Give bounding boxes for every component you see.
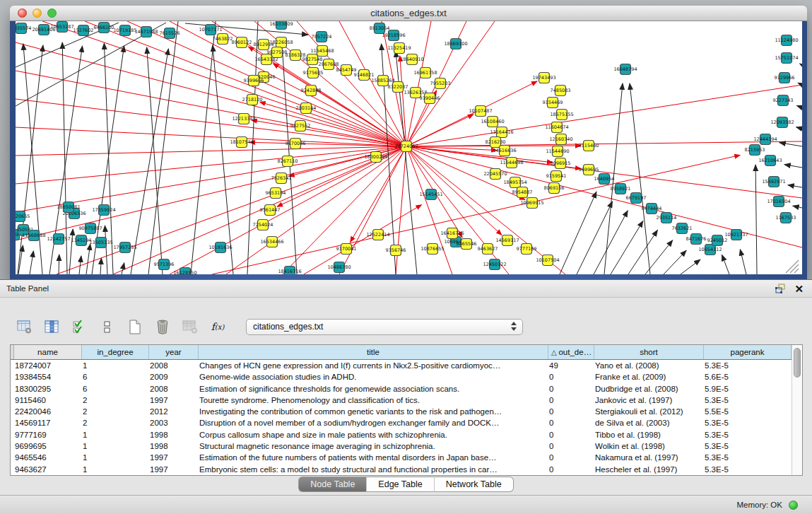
graph-edge[interactable] [784, 165, 802, 168]
graph-node[interactable]: 7955203 [430, 78, 451, 89]
table-cell[interactable]: 1 [78, 440, 146, 452]
table-cell[interactable]: Hescheler et al. (1997) [591, 464, 700, 475]
table-cell[interactable]: Stergiakouli et al. (2012) [591, 406, 700, 417]
graph-edge[interactable] [793, 206, 802, 208]
table-cell[interactable]: 5.3E-5 [700, 417, 792, 428]
graph-node[interactable]: 1145194 [71, 235, 92, 246]
graph-edge[interactable] [105, 226, 107, 274]
graph-node[interactable]: 10876655 [420, 244, 444, 255]
graph-node[interactable]: 17016504 [767, 197, 790, 207]
table-cell[interactable]: 1997 [146, 452, 195, 463]
resize-grip-icon[interactable] [786, 260, 799, 273]
unselect-all-columns-icon[interactable] [98, 317, 117, 336]
table-cell[interactable]: 1998 [146, 440, 195, 452]
graph-node[interactable]: 9129966 [775, 73, 795, 83]
graph-edge[interactable] [213, 45, 233, 274]
table-cell[interactable]: Yano et al. (2008) [591, 360, 700, 371]
table-cell[interactable]: 2009 [146, 371, 195, 382]
graph-edge-selected[interactable] [249, 142, 406, 146]
graph-edge-selected[interactable] [406, 146, 553, 163]
table-cell[interactable]: Changes of HCN gene expression and I(f) … [195, 360, 545, 371]
graph-edge[interactable] [796, 105, 802, 107]
table-cell[interactable]: 9465546 [11, 452, 78, 463]
table-cell[interactable]: Nakamura et al. (1997) [591, 452, 700, 463]
table-cell[interactable]: 1 [78, 360, 146, 371]
table-cell[interactable]: 2 [78, 417, 146, 428]
table-mode-icon[interactable] [16, 317, 34, 336]
table-cell[interactable]: 5.3E-5 [700, 464, 792, 475]
table-cell[interactable]: 9115460 [11, 395, 78, 406]
graph-node[interactable]: 7254024 [253, 220, 273, 230]
graph-node[interactable]: 8471676 [686, 234, 707, 245]
table-cell[interactable]: 5.3E-5 [700, 360, 792, 371]
graph-edge-selected[interactable] [16, 146, 406, 240]
tab-edge-table[interactable]: Edge Table [366, 477, 434, 492]
graph-node[interactable]: 9242848 [301, 86, 322, 96]
table-row[interactable]: 1456911722003Disruption of a novel membe… [11, 417, 792, 428]
graph-edge-selected[interactable] [16, 42, 406, 146]
table-cell[interactable]: 2 [78, 395, 146, 406]
graph-node[interactable]: 12450122 [483, 259, 506, 270]
graph-node[interactable]: 9777169 [517, 244, 537, 255]
graph-node[interactable]: 16128550 [173, 268, 196, 275]
graph-node[interactable]: 12160340 [549, 134, 572, 145]
table-cell[interactable]: Structural magnetic resonance image aver… [195, 440, 545, 452]
column-header-name[interactable]: name [14, 345, 82, 359]
table-cell[interactable]: Estimation of the future numbers of pati… [195, 452, 545, 463]
graph-node[interactable]: 10486780 [327, 262, 351, 273]
graph-node[interactable]: 12093582 [770, 117, 794, 128]
table-cell[interactable]: 0 [545, 383, 591, 395]
graph-node[interactable]: 16033809 [269, 21, 293, 30]
scrollbar-thumb[interactable] [794, 348, 801, 378]
graph-edge[interactable] [628, 230, 657, 274]
table-row[interactable]: 1872400712008Changes of HCN gene express… [11, 360, 792, 371]
select-all-columns-icon[interactable] [71, 317, 89, 336]
graph-node[interactable]: 10921737 [724, 230, 748, 240]
table-row[interactable]: 969969511998Structural magnetic resonanc… [11, 440, 792, 452]
graph-node[interactable]: 8215953 [745, 145, 765, 156]
graph-edge[interactable] [30, 251, 33, 274]
graph-node[interactable]: 9227343 [773, 95, 794, 106]
table-cell[interactable]: 49 [545, 360, 591, 371]
graph-edge[interactable] [86, 244, 90, 274]
column-header-title[interactable]: title [199, 345, 548, 359]
graph-node[interactable]: 7463822 [213, 34, 233, 45]
table-cell[interactable]: 2012 [146, 406, 195, 417]
table-cell[interactable]: Corpus callosum shape and size in male p… [195, 429, 545, 440]
graph-node[interactable]: 6679197 [626, 193, 647, 204]
graph-edge[interactable] [800, 64, 802, 65]
column-header-in_degree[interactable]: in_degree [82, 345, 149, 359]
table-row[interactable]: 2242004622012Investigating the contribut… [11, 406, 792, 417]
graph-edge[interactable] [611, 221, 643, 274]
graph-edge[interactable] [779, 143, 802, 146]
graph-node[interactable]: 8954887 [512, 187, 533, 198]
graph-node[interactable]: 9699695 [579, 165, 599, 175]
table-cell[interactable]: 5.6E-5 [700, 371, 792, 382]
graph-node[interactable]: 4035574 [16, 23, 31, 34]
table-cell[interactable]: Tourette syndrome. Phenomenology and cla… [195, 395, 545, 406]
show-column-icon[interactable] [43, 317, 61, 336]
table-cell[interactable]: 5.5E-5 [700, 406, 792, 417]
graph-edge[interactable] [788, 185, 802, 187]
graph-edge-selected[interactable] [406, 146, 502, 235]
graph-node[interactable]: 1640954 [594, 174, 615, 185]
delete-column-icon[interactable] [153, 317, 172, 336]
graph-edge-selected[interactable] [16, 146, 406, 212]
graph-edge-selected[interactable] [406, 141, 802, 146]
graph-node[interactable]: 14569117 [495, 235, 519, 246]
graph-node[interactable]: 8813054 [370, 23, 390, 34]
graph-edge[interactable] [798, 83, 802, 85]
graph-node[interactable]: 11604674 [545, 122, 568, 133]
graph-edge[interactable] [722, 255, 729, 274]
graph-node[interactable]: 7632621 [672, 223, 693, 234]
table-cell[interactable]: 2 [78, 406, 146, 417]
graph-node[interactable]: 11325419 [387, 43, 411, 54]
vertical-scrollbar[interactable] [792, 345, 802, 475]
graph-node[interactable]: 9154469 [543, 98, 563, 108]
table-cell[interactable]: 0 [545, 452, 591, 463]
table-cell[interactable]: 22420046 [11, 406, 78, 417]
table-cell[interactable]: 0 [545, 440, 591, 452]
graph-node[interactable]: 12142757 [47, 234, 70, 245]
table-cell[interactable]: Estimation of significance thresholds fo… [195, 383, 545, 395]
graph-node[interactable]: 16534466 [260, 237, 283, 247]
